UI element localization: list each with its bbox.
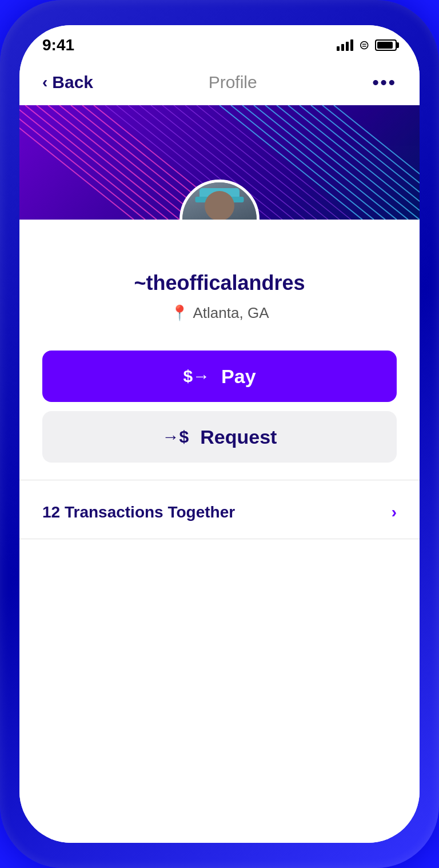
phone-screen: 9:41 ⊜ ‹ Back Profile ••• — [19, 25, 420, 843]
nav-bar: ‹ Back Profile ••• — [19, 59, 420, 105]
pay-button[interactable]: $→ Pay — [42, 351, 397, 402]
location-pin-icon: 📍 — [170, 304, 189, 322]
svg-line-0 — [19, 105, 134, 220]
wifi-icon: ⊜ — [359, 38, 369, 53]
request-icon: →$ — [162, 427, 189, 447]
battery-icon — [375, 39, 397, 51]
more-button[interactable]: ••• — [372, 72, 397, 93]
pay-icon: $→ — [183, 367, 210, 386]
svg-line-18 — [311, 105, 420, 220]
profile-banner — [19, 105, 420, 220]
username: ~theofficalandres — [19, 271, 420, 295]
svg-line-20 — [334, 105, 420, 220]
status-time: 9:41 — [42, 36, 74, 54]
avatar — [179, 180, 260, 220]
svg-line-6 — [59, 105, 202, 220]
request-button[interactable]: →$ Request — [42, 411, 397, 463]
pay-label: Pay — [221, 365, 256, 388]
svg-line-15 — [277, 105, 420, 220]
profile-info: ~theofficalandres 📍 Atlanta, GA — [19, 220, 420, 339]
svg-line-4 — [37, 105, 179, 220]
svg-line-13 — [254, 105, 397, 220]
back-chevron-icon: ‹ — [42, 73, 47, 91]
notch — [162, 25, 277, 48]
signal-icon — [337, 39, 353, 51]
status-icons: ⊜ — [337, 38, 397, 53]
action-buttons: $→ Pay →$ Request — [19, 339, 420, 474]
avatar-head — [205, 191, 234, 220]
svg-line-5 — [48, 105, 191, 220]
location: 📍 Atlanta, GA — [19, 304, 420, 322]
svg-line-16 — [288, 105, 420, 220]
divider-top — [19, 480, 420, 480]
phone-frame: 9:41 ⊜ ‹ Back Profile ••• — [0, 0, 439, 868]
svg-line-3 — [25, 105, 168, 220]
transactions-label: 12 Transactions Together — [42, 503, 235, 521]
avatar-image — [182, 182, 257, 220]
svg-line-12 — [242, 105, 385, 220]
page-title: Profile — [209, 73, 257, 92]
divider-bottom — [19, 539, 420, 539]
back-label: Back — [52, 73, 93, 92]
request-label: Request — [200, 426, 277, 448]
svg-line-14 — [265, 105, 408, 220]
transactions-row[interactable]: 12 Transactions Together › — [19, 486, 420, 539]
content-area: ~theofficalandres 📍 Atlanta, GA $→ Pay →… — [19, 220, 420, 843]
svg-line-2 — [19, 105, 157, 220]
chevron-right-icon: › — [392, 503, 397, 521]
location-text: Atlanta, GA — [193, 304, 269, 322]
back-button[interactable]: ‹ Back — [42, 73, 93, 92]
